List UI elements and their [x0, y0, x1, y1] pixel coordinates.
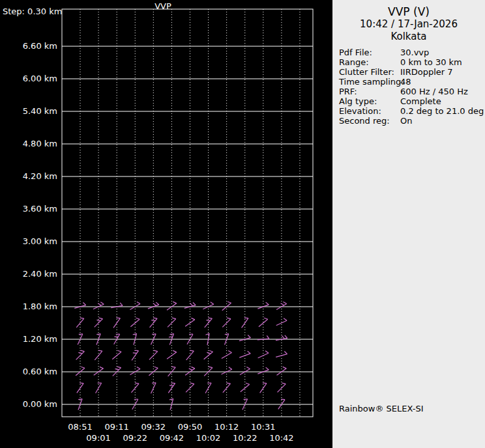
wind-barb-tick	[246, 383, 250, 384]
wind-barb-shaft	[276, 354, 287, 357]
wind-barb-tick	[151, 320, 155, 321]
x-axis-label: 09:11	[102, 422, 131, 432]
wind-barb-shaft	[130, 319, 140, 327]
wind-barb-tick	[120, 303, 123, 306]
info-field-value: On	[400, 116, 412, 126]
info-field-row: Time sampling:48	[339, 77, 480, 87]
x-axis-label: 10:02	[194, 433, 223, 443]
info-field-label: Clutter Filter:	[339, 67, 400, 77]
info-field-row: Pdf File:30.vvp	[339, 48, 480, 57]
wind-barb-tick	[190, 350, 194, 351]
wind-barb-shaft	[223, 384, 231, 393]
wind-barb-tick	[100, 302, 104, 304]
x-axis-label: 09:01	[84, 433, 113, 443]
y-axis-label: 4.80 km	[0, 139, 57, 149]
wind-barb-tick	[100, 367, 103, 369]
y-axis-label: 6.60 km	[0, 41, 57, 51]
wind-barb-tick	[173, 301, 176, 303]
wind-barb-tick	[244, 399, 248, 400]
wind-barb-tick	[228, 301, 231, 303]
y-axis-label: 1.20 km	[0, 334, 57, 344]
wind-barb-tick	[190, 303, 193, 306]
x-axis-label: 10:12	[213, 422, 241, 432]
wind-barb-shaft	[186, 384, 194, 393]
wind-barb-shaft	[239, 354, 250, 357]
wind-barb-tick	[264, 318, 268, 319]
wind-barb-tick	[267, 335, 269, 339]
wind-barb-shaft	[185, 320, 195, 326]
wind-barb-tick	[135, 383, 139, 384]
wind-barb-shaft	[132, 351, 138, 361]
wind-barb-tick	[117, 350, 121, 352]
wind-barb-tick	[266, 302, 269, 305]
wind-barb-shaft	[222, 319, 231, 328]
info-field-value: Complete	[400, 96, 441, 106]
wind-barb-tick	[284, 318, 287, 320]
wind-barb-tick	[285, 335, 287, 339]
wind-barb-tick	[99, 318, 103, 319]
wind-barb-tick	[137, 302, 140, 304]
info-field-value: 0.2 deg to 21.0 deg	[400, 106, 484, 116]
y-axis-label: 0.00 km	[0, 399, 57, 410]
wind-barb-tick	[153, 318, 157, 318]
x-axis-label: 10:42	[267, 433, 296, 443]
x-axis-label: 09:32	[139, 422, 168, 432]
wind-barb-tick	[154, 350, 158, 352]
wind-barb-tick	[193, 302, 196, 305]
info-field-label: Time sampling:	[339, 77, 400, 87]
info-field-value: 30.vvp	[400, 48, 429, 57]
wind-barb-tick	[229, 367, 232, 369]
wind-barb-tick	[98, 350, 102, 351]
wind-barb-tick	[284, 351, 287, 354]
y-axis-label: 5.40 km	[0, 106, 57, 117]
wind-barb-tick	[172, 318, 176, 319]
wind-barb-shaft	[241, 384, 250, 392]
info-field-label: Range:	[339, 57, 400, 67]
wind-barb-tick	[191, 367, 194, 369]
wind-barb-tick	[154, 367, 158, 368]
y-axis-label: 3.00 km	[0, 236, 57, 247]
wind-barb-shaft	[76, 318, 84, 328]
product-title: VVP (V)	[332, 0, 485, 18]
wind-barb-tick	[173, 350, 176, 352]
wind-barb-tick	[153, 303, 156, 306]
site-name: Kolkata	[332, 31, 485, 43]
wind-barb-tick	[78, 352, 82, 354]
x-axis-label: 09:42	[157, 433, 186, 443]
wind-barb-tick	[81, 367, 85, 368]
wind-barb-tick	[227, 383, 231, 384]
wind-barb-tick	[117, 367, 121, 368]
y-axis-label: 1.80 km	[0, 301, 57, 312]
wind-barb-shaft	[150, 318, 158, 328]
wind-barb-tick	[98, 303, 101, 305]
wind-barb-tick	[136, 318, 140, 319]
y-axis-label: 2.40 km	[0, 269, 57, 279]
x-axis-label: 08:51	[66, 422, 95, 432]
wind-barb-tick	[190, 383, 194, 384]
wind-barb-shaft	[205, 318, 213, 328]
wind-barb-shaft	[131, 384, 139, 393]
info-field-row: Clutter Filter:IIRDoppler 7	[339, 67, 480, 77]
wind-barb-tick	[83, 302, 85, 305]
wind-barb-tick	[282, 383, 286, 384]
product-datetime: 10:42 / 17-Jan-2026	[332, 18, 485, 31]
wind-barb-tick	[152, 334, 156, 335]
info-field-value: IIRDoppler 7	[400, 67, 453, 77]
vvp-chart-panel: VVP Step: 0.30 km 6.60 km6.00 km5.40 km4…	[0, 0, 332, 448]
info-field-label: PRF:	[339, 87, 400, 96]
wind-barb-tick	[283, 367, 286, 369]
x-axis-label: 10:22	[231, 433, 259, 443]
info-field-label: Second reg:	[339, 116, 400, 126]
y-axis-label: 4.20 km	[0, 171, 57, 182]
wind-barb-tick	[227, 318, 231, 319]
info-field-label: Alg type:	[339, 96, 400, 106]
info-field-value: 48	[400, 77, 411, 87]
wind-barb-tick	[96, 320, 100, 321]
y-axis-label: 3.60 km	[0, 204, 57, 214]
wind-barb-tick	[248, 335, 250, 337]
product-parameters: Pdf File:30.vvpRange:0 km to 30 kmClutte…	[339, 48, 480, 126]
y-axis-label: 0.60 km	[0, 367, 57, 377]
wind-barb-tick	[209, 350, 213, 352]
wind-barb-tick	[79, 334, 83, 335]
wind-barb-tick	[207, 352, 211, 354]
